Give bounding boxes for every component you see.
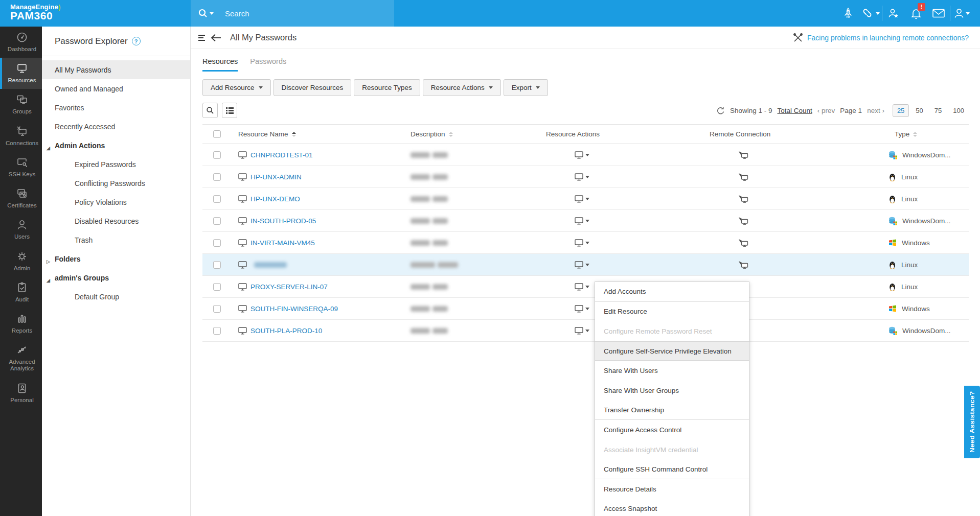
- row-checkbox[interactable]: [213, 327, 221, 335]
- explorer-tree-item[interactable]: Disabled Resources: [42, 212, 190, 230]
- page-size-option[interactable]: 75: [930, 104, 946, 117]
- quick-links-icon[interactable]: [859, 0, 882, 27]
- explorer-tree-item[interactable]: Default Group: [42, 287, 190, 306]
- column-description[interactable]: Description: [404, 130, 541, 138]
- row-checkbox[interactable]: [213, 261, 221, 269]
- sort-icon[interactable]: [913, 132, 917, 137]
- sidebar-item[interactable]: Users: [0, 214, 42, 245]
- sidebar-item[interactable]: Advanced Analytics: [0, 339, 42, 377]
- context-menu-item[interactable]: Configure SSH Command Control: [595, 459, 749, 479]
- quick-links-caret-icon[interactable]: [876, 12, 880, 15]
- sidebar-item[interactable]: SSH Keys: [0, 152, 42, 183]
- sidebar-item[interactable]: Certificates: [0, 183, 42, 214]
- table-row[interactable]: SOUTH-PLA-PROD-10: [202, 320, 969, 342]
- sidebar-item[interactable]: Dashboard: [0, 27, 42, 58]
- context-menu-item[interactable]: Configure Self-Service Privilege Elevati…: [595, 341, 749, 361]
- resource-actions-menu-button[interactable]: [541, 261, 704, 269]
- back-arrow-icon[interactable]: [211, 34, 222, 42]
- remote-connection-button[interactable]: [704, 261, 884, 269]
- resource-name-link[interactable]: SOUTH-PLA-PROD-10: [250, 327, 322, 335]
- resource-name-link[interactable]: HP-UNX-ADMIN: [250, 173, 302, 181]
- tab-resources[interactable]: Resources: [202, 57, 238, 72]
- sidebar-item[interactable]: Audit: [0, 277, 42, 308]
- row-checkbox[interactable]: [213, 151, 221, 159]
- explorer-tree-item[interactable]: ◢ admin's Groups: [42, 268, 190, 287]
- column-type[interactable]: Type: [884, 130, 969, 138]
- explorer-tree-item[interactable]: Favorites: [42, 98, 190, 117]
- remote-connection-button[interactable]: [704, 217, 884, 225]
- discover-resources-button[interactable]: Discover Resources: [274, 79, 352, 96]
- table-row[interactable]: PROXY-SERVER-LIN-07: [202, 276, 969, 298]
- export-button[interactable]: Export: [504, 79, 548, 96]
- remote-connection-button[interactable]: [704, 239, 884, 247]
- row-checkbox[interactable]: [213, 305, 221, 313]
- page-size-option[interactable]: 50: [911, 104, 927, 117]
- resource-name-link[interactable]: SOUTH-FIN-WINSERQA-09: [250, 305, 338, 313]
- row-checkbox[interactable]: [213, 173, 221, 181]
- column-resource-name[interactable]: Resource Name: [233, 130, 404, 138]
- row-checkbox[interactable]: [213, 239, 221, 247]
- refresh-icon[interactable]: [716, 106, 725, 115]
- table-row[interactable]: CHNPRODTEST-01: [202, 144, 969, 166]
- resource-actions-menu-button[interactable]: [541, 151, 704, 159]
- context-menu-item[interactable]: Associate InsightVM credential: [595, 440, 749, 460]
- expanded-triangle-icon[interactable]: ◢: [47, 146, 50, 151]
- brand-logo[interactable]: ManageEngine) PAM360: [0, 0, 191, 27]
- account-user-icon[interactable]: [950, 0, 973, 27]
- row-checkbox[interactable]: [213, 283, 221, 291]
- context-menu-item[interactable]: Configure Access Control: [595, 420, 749, 440]
- sidebar-item[interactable]: Personal: [0, 378, 42, 409]
- collapse-menu-icon[interactable]: [198, 34, 207, 41]
- explorer-tree-item[interactable]: Conflicting Passwords: [42, 174, 190, 193]
- account-caret-icon[interactable]: [966, 12, 970, 15]
- sidebar-item[interactable]: Admin: [0, 246, 42, 277]
- resource-name-link[interactable]: PROXY-SERVER-LIN-07: [250, 283, 328, 291]
- notifications-bell-icon[interactable]: !: [905, 0, 927, 27]
- user-favorites-icon[interactable]: [882, 0, 905, 27]
- resource-name-link[interactable]: IN-SOUTH-PROD-05: [250, 217, 316, 225]
- context-menu-item[interactable]: Share With User Groups: [595, 381, 749, 401]
- add-resource-button[interactable]: Add Resource: [202, 79, 271, 96]
- table-row[interactable]: HP-UNX-ADMIN: [202, 166, 969, 188]
- tab-passwords[interactable]: Passwords: [250, 57, 286, 72]
- resource-actions-button[interactable]: Resource Actions: [423, 79, 501, 96]
- table-row[interactable]: SOUTH-FIN-WINSERQA-09: [202, 298, 969, 320]
- resource-name-link[interactable]: IN-VIRT-MAIN-VM45: [250, 239, 315, 247]
- page-size-option[interactable]: 100: [948, 104, 969, 117]
- context-menu-item[interactable]: Add Accounts: [595, 282, 749, 302]
- table-row[interactable]: Linux: [202, 254, 969, 276]
- prev-page-button[interactable]: ‹ prev: [817, 107, 835, 114]
- remote-connection-button[interactable]: [704, 195, 884, 203]
- resource-name-link[interactable]: HP-UNX-DEMO: [250, 195, 300, 203]
- sort-icon[interactable]: [292, 132, 296, 137]
- column-chooser-button[interactable]: [222, 103, 237, 118]
- row-checkbox[interactable]: [213, 195, 221, 203]
- resource-actions-menu-button[interactable]: [541, 217, 704, 225]
- resource-actions-menu-button[interactable]: [541, 239, 704, 247]
- select-all-checkbox[interactable]: [213, 130, 221, 138]
- resource-name-link[interactable]: CHNPRODTEST-01: [250, 151, 313, 159]
- help-icon[interactable]: ?: [132, 37, 141, 45]
- resource-types-button[interactable]: Resource Types: [354, 79, 420, 96]
- next-page-button[interactable]: next ›: [867, 107, 884, 114]
- context-menu-item[interactable]: Configure Remote Password Reset: [595, 321, 749, 341]
- collapsed-triangle-icon[interactable]: ▷: [47, 259, 50, 264]
- table-search-button[interactable]: [202, 103, 218, 118]
- sidebar-item[interactable]: Reports: [0, 308, 42, 339]
- context-menu-item[interactable]: Share With Users: [595, 361, 749, 381]
- page-size-option[interactable]: 25: [893, 104, 909, 117]
- explorer-tree-item[interactable]: Recently Accessed: [42, 117, 190, 136]
- whats-new-rocket-icon[interactable]: [837, 0, 859, 27]
- explorer-tree-item[interactable]: ▷ Folders: [42, 249, 190, 268]
- resource-actions-menu-button[interactable]: [541, 195, 704, 203]
- sidebar-item[interactable]: Groups: [0, 89, 42, 120]
- mail-icon[interactable]: [927, 0, 950, 27]
- explorer-tree-item[interactable]: All My Passwords: [42, 60, 190, 79]
- table-row[interactable]: IN-VIRT-MAIN-VM45: [202, 232, 969, 254]
- context-menu-item[interactable]: Access Snapshot: [595, 499, 749, 516]
- resource-actions-menu-button[interactable]: [541, 173, 704, 181]
- remote-connection-help-link[interactable]: Facing problems in launching remote conn…: [793, 33, 969, 43]
- row-checkbox[interactable]: [213, 217, 221, 225]
- sort-icon[interactable]: [449, 132, 453, 137]
- table-row[interactable]: IN-SOUTH-PROD-05: [202, 210, 969, 232]
